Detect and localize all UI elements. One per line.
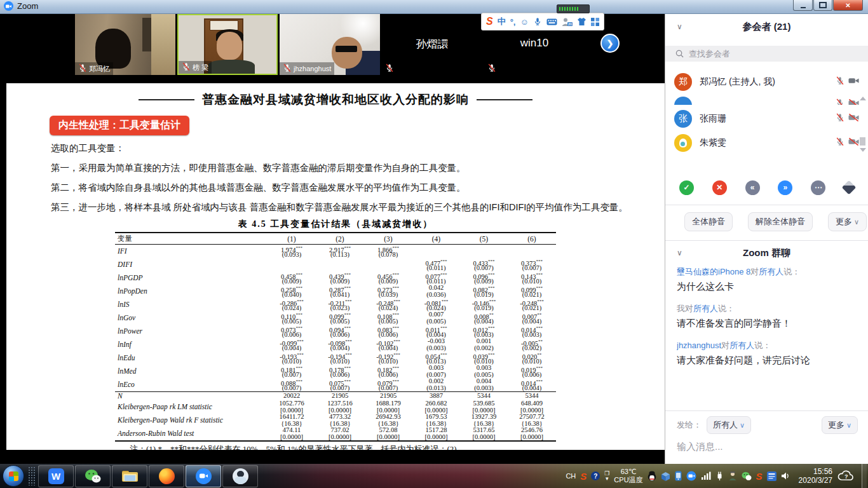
zoom-window-titlebar[interactable]: Zoom ✕ [0,0,868,14]
scroll-up-icon[interactable] [860,97,866,100]
table-cell: 0.003(0.005) [460,365,508,378]
minimize-button[interactable] [793,0,813,11]
video-tile[interactable]: 榜 梁 [177,14,278,75]
se-value: (0.007) [316,385,364,392]
stat-value: 5344 [508,393,556,400]
grid-menu-icon[interactable] [591,18,599,26]
muted-mic-icon [487,64,496,74]
more-button[interactable]: 更多 [828,212,867,231]
table-stat-row: N200222190521905388753445344 [115,392,556,401]
user-count-20-icon[interactable]: 20 [562,17,573,27]
chat-more-button[interactable]: 更多 [822,416,858,434]
cube-tray-icon[interactable] [661,471,670,481]
table-cell: 0.096***(0.009) [460,271,508,285]
firefox-taskbar-button[interactable] [149,465,184,487]
table-var-name: lnPopDen [115,285,268,298]
more-icon[interactable]: ⋯ [811,180,825,195]
explorer-icon [121,469,139,483]
participants-scrollbar[interactable] [859,97,866,152]
scene-shape [217,32,242,60]
participant-row[interactable]: 郑郑冯忆 (主持人, 我) [665,70,868,94]
table-cell: 5344 [508,392,556,401]
stat-pvalue: [0.0000] [268,434,316,441]
scrollbar-thumb[interactable] [860,137,865,146]
coef-value: 1.974*** [268,245,316,252]
start-button[interactable] [3,465,24,487]
video-tile[interactable]: 郑冯忆 [75,14,175,75]
rewind-icon[interactable]: « [745,180,760,195]
table-cell [316,258,364,271]
phone-tray-icon[interactable] [675,471,682,481]
send-to-select[interactable]: 所有人 [707,416,751,434]
stat-value: 3887 [412,393,460,400]
coef-value: 0.011*** [412,325,460,332]
sogou-logo-icon[interactable]: S [486,16,493,27]
cross-icon[interactable]: ✕ [712,180,727,195]
table-cell [412,245,460,259]
signal-tray-icon[interactable] [701,471,711,480]
voice-input-icon[interactable] [533,17,542,26]
show-desktop-button[interactable] [862,464,867,488]
participant-search[interactable] [665,46,868,62]
unmute-all-button[interactable]: 解除全体静音 [748,212,813,231]
weather-cloud-icon[interactable]: ? [837,470,855,482]
chat-title: Zoom 群聊 [743,247,790,258]
wangwang-tray-icon[interactable] [728,471,737,481]
participant-row[interactable]: 朱紫雯 [665,131,868,155]
next-videos-button[interactable] [600,34,620,53]
keyboard-icon[interactable] [546,18,557,25]
skin-icon[interactable] [577,17,587,26]
table-cell: -0.211***(0.023) [316,298,364,311]
clock-widget[interactable]: 15:562020/3/27 [799,467,832,485]
se-value: (0.024) [268,305,316,312]
mute-all-button[interactable]: 全体静音 [684,212,733,231]
table-cell: 0.143***(0.010) [508,271,556,285]
zoom-taskbar-button[interactable] [186,465,221,487]
chat-message: 壐马仙森的iPhone 8对所有人说：为什么这么卡 [677,267,859,293]
check-icon[interactable]: ✓ [679,180,694,195]
participant-row[interactable]: 张张雨珊 [665,107,868,131]
video-tile[interactable]: jhzhanghust [280,14,380,75]
wechat-taskbar-button[interactable] [75,465,111,487]
forward-icon[interactable]: » [778,180,792,195]
se-value: (0.004) [268,345,316,352]
zoom-tray-icon[interactable] [686,471,696,481]
maximize-button[interactable] [813,0,832,11]
table-row: lnPopDen0.258***(0.040)0.287***(0.041)0.… [115,285,556,298]
power-tray-icon[interactable] [715,471,724,481]
wechat-tray-icon[interactable] [742,471,752,481]
wps-taskbar-button[interactable]: W [38,465,74,487]
avatar-taskbar-button[interactable] [222,465,258,487]
table-cell: -0.146***(0.019) [460,298,508,311]
table-var-name: IFI [115,245,268,259]
qq-tray-icon[interactable] [648,471,656,481]
chinese-mode-icon[interactable]: 中 [498,16,506,27]
search-input[interactable] [688,48,843,59]
mic-muted-icon [836,98,844,105]
sogou-tray-icon[interactable]: S [756,471,763,482]
show-hidden-icons[interactable]: ❐▾ [604,471,609,481]
stat-value: 27507.72 [508,414,556,421]
close-button[interactable]: ✕ [833,0,863,11]
sogou-tray-icon[interactable]: S [580,471,587,482]
video-tile[interactable]: 孙熠譞 [382,14,482,75]
ime-toolbar[interactable]: S中°‚☺20 [481,13,604,30]
volume-tray-icon[interactable] [781,471,790,480]
meeting-content: 郑冯忆榜 梁jhzhanghust孙熠譞win10 普惠金融对县域减贫增收和地区… [0,14,665,464]
participant-row[interactable] [665,94,868,105]
punctuation-icon[interactable]: °‚ [510,17,516,27]
explorer-taskbar-button[interactable] [112,465,147,487]
table-cell: -0.099***(0.004) [268,338,316,351]
language-indicator[interactable]: CH [566,472,576,480]
scroll-down-icon[interactable] [860,148,866,152]
chat-collapse-chevron-icon[interactable]: ∨ [677,245,682,261]
se-value: (0.010) [508,278,556,285]
eraser-icon[interactable] [842,180,857,195]
coef-value: 0.039*** [460,351,508,358]
collapse-chevron-icon[interactable]: ∨ [677,19,682,34]
chat-input[interactable] [675,440,850,452]
emoji-icon[interactable]: ☺ [520,17,528,27]
help-icon[interactable]: ? [591,471,600,480]
dict-tray-icon[interactable] [767,471,776,481]
table-cell: 0.004(0.003) [460,378,508,392]
